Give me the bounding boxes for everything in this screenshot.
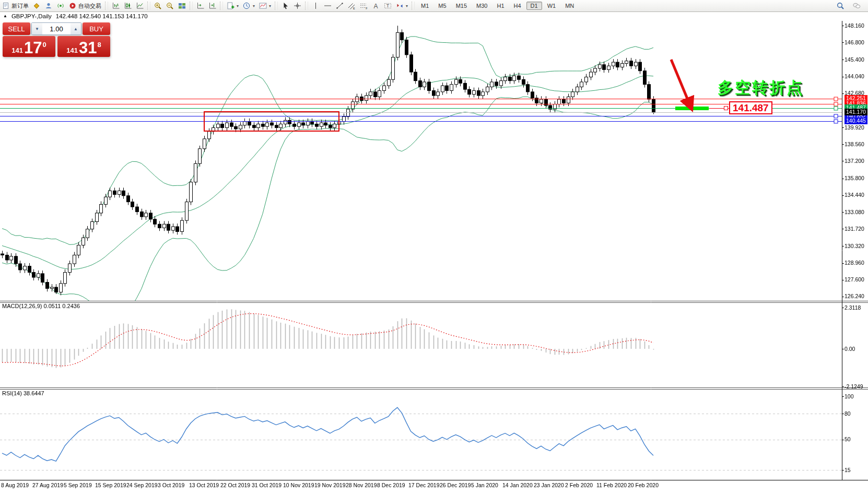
line-chart-button[interactable] [134, 1, 146, 10]
text-label-button[interactable]: T [382, 1, 394, 10]
open-account-button[interactable] [43, 1, 55, 10]
new-chart-button[interactable]: ▾ [225, 1, 241, 10]
macd-pane[interactable] [0, 302, 842, 387]
date-tick-label: 23 Jan 2020 [534, 482, 564, 488]
timeframe-d1-button[interactable]: D1 [526, 2, 542, 10]
timeframe-m15-button[interactable]: M15 [452, 2, 471, 10]
date-axis: 8 Aug 201927 Aug 20195 Sep 201915 Sep 20… [0, 482, 868, 490]
new-order-button-label: 新订单 [11, 2, 29, 10]
crosshair-button[interactable] [291, 1, 303, 10]
date-tick-label: 14 Jan 2020 [502, 482, 533, 488]
search-button[interactable] [835, 1, 847, 10]
date-tick-label: 17 Dec 2019 [408, 482, 440, 488]
toolbar-separator [305, 2, 308, 10]
dropdown-arrow-icon: ▾ [253, 4, 255, 8]
cursor-button[interactable] [279, 1, 291, 10]
buy-price-main: 141 [66, 46, 78, 54]
toolbar-separator [147, 2, 150, 10]
toolbar-separator [190, 2, 193, 10]
timeframe-h4-button[interactable]: H4 [510, 2, 525, 10]
buy-price-display[interactable]: 141 31 8 [57, 36, 110, 57]
date-tick-label: 31 Oct 2019 [252, 482, 281, 488]
buy-price-fraction: 8 [97, 41, 101, 49]
timeframe-m5-button[interactable]: M5 [434, 2, 450, 10]
date-tick-label: 22 Oct 2019 [220, 482, 250, 488]
zoom-out-button[interactable] [164, 1, 176, 10]
vertical-line-button[interactable] [310, 1, 322, 10]
buy-price-pips: 31 [79, 40, 97, 56]
date-tick-label: 8 Aug 2019 [1, 482, 29, 488]
arrows-button[interactable]: ▾ [394, 1, 410, 10]
volume-increase-button[interactable]: ▲ [71, 23, 81, 34]
date-tick-label: 13 Oct 2019 [189, 482, 219, 488]
sell-price-display[interactable]: 141 17 0 [3, 36, 55, 57]
turning-point-annotation[interactable]: 多空转折点 [718, 77, 804, 99]
svg-text:A: A [374, 3, 378, 10]
autotrading-button-label: 自动交易 [78, 2, 101, 10]
main-price-pane[interactable] [0, 21, 842, 301]
date-tick-label: 3 Oct 2019 [158, 482, 184, 488]
date-tick-label: 5 Jan 2020 [471, 482, 498, 488]
text-button[interactable]: A [370, 1, 382, 10]
rsi-label: RSI(14) 38.6447 [2, 390, 44, 396]
date-tick-label: 19 Nov 2019 [314, 482, 346, 488]
equidistant-channel-button[interactable]: E [346, 1, 358, 10]
signals-button[interactable] [55, 1, 67, 10]
chat-button[interactable] [851, 1, 863, 10]
rsi-tick-label: 15 [844, 467, 867, 474]
buy-button[interactable]: BUY [83, 22, 110, 35]
price-tick-label: 133.080 [844, 209, 867, 216]
timeframe-h1-button[interactable]: H1 [492, 2, 508, 10]
macd-tick-label: 2.3118 [844, 304, 867, 311]
templates-button[interactable]: ▾ [257, 1, 273, 10]
chart-shift-button[interactable] [206, 1, 218, 10]
current-price-label: 141.170 [844, 109, 867, 115]
date-tick-label: 28 Nov 2019 [346, 482, 377, 488]
toolbar-separator [220, 2, 223, 10]
volume-input[interactable] [42, 23, 71, 34]
bar-chart-button[interactable] [110, 1, 122, 10]
toolbar-right-group [835, 1, 868, 10]
price-tick-label: 145.400 [844, 56, 867, 63]
toolbar-separator [105, 2, 108, 10]
sell-price-pips: 17 [24, 40, 42, 56]
macd-label: MACD(12,26,9) 0.0511 0.2436 [2, 303, 80, 309]
down-arrow-annotation[interactable] [662, 52, 706, 119]
periodicity-button[interactable]: ▾ [241, 1, 257, 10]
price-tag-annotation[interactable]: 141.487 [729, 101, 772, 114]
timeframe-m1-button[interactable]: M1 [417, 2, 433, 10]
autotrading-button[interactable]: 自动交易 [67, 1, 103, 10]
date-tick-label: 8 Dec 2019 [377, 482, 405, 488]
date-tick-label: 27 Aug 2019 [32, 482, 63, 488]
tile-windows-button[interactable] [176, 1, 188, 10]
volume-decrease-button[interactable]: ▼ [32, 23, 42, 34]
rsi-tick-label: 50 [844, 436, 867, 443]
sell-price-main: 141 [11, 46, 23, 54]
price-tick-label: 127.600 [844, 276, 867, 283]
fibonacci-button[interactable]: F [358, 1, 370, 10]
timeframe-mn-button[interactable]: MN [561, 2, 578, 10]
svg-text:E: E [353, 7, 355, 10]
price-tag-handle[interactable] [724, 106, 728, 110]
price-tick-label: 134.440 [844, 192, 867, 198]
timeframe-m30-button[interactable]: M30 [472, 2, 491, 10]
metaquotes-button[interactable] [31, 1, 43, 10]
price-tick-label: 146.800 [844, 39, 867, 46]
zoom-in-button[interactable] [152, 1, 164, 10]
auto-scroll-button[interactable] [194, 1, 206, 10]
horizontal-line-button[interactable] [322, 1, 334, 10]
price-tick-label: 130.320 [844, 243, 867, 250]
rsi-tick-label: 100 [844, 393, 867, 400]
trendline-button[interactable] [334, 1, 346, 10]
candlestick-chart-button[interactable] [122, 1, 134, 10]
price-line-label: 140.445 [844, 117, 867, 124]
rsi-pane[interactable] [0, 390, 842, 479]
mt4-terminal-window: 新订单自动交易▾▾▾EFAT▾M1M5M15M30H1H4D1W1MN ▲ GB… [0, 0, 868, 494]
date-tick-label: 11 Feb 2020 [596, 482, 627, 488]
macd-tick-label: -2.1249 [844, 383, 867, 390]
svg-text:F: F [366, 7, 368, 10]
new-order-button[interactable]: 新订单 [0, 1, 31, 10]
price-tick-label: 135.800 [844, 175, 867, 182]
sell-button[interactable]: SELL [3, 22, 30, 35]
timeframe-w1-button[interactable]: W1 [543, 2, 560, 10]
